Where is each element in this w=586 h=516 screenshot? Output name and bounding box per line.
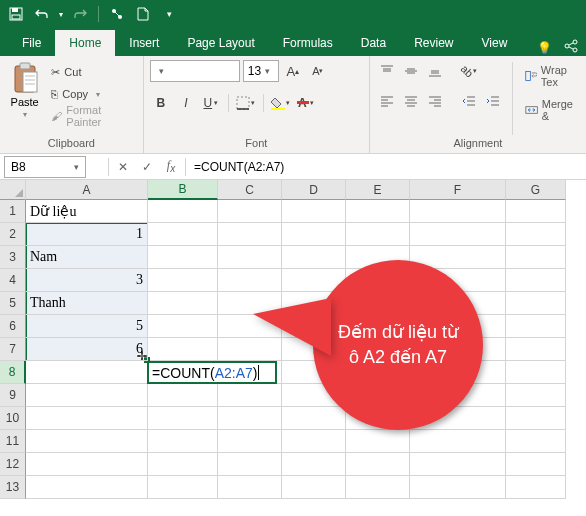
- cancel-formula-button[interactable]: ✕: [111, 156, 135, 178]
- touch-mode-button[interactable]: [105, 2, 129, 26]
- row-header-6[interactable]: 6: [0, 315, 26, 338]
- row-header-13[interactable]: 13: [0, 476, 26, 499]
- font-size-dropdown[interactable]: 13 ▾: [243, 60, 279, 82]
- cell-c12[interactable]: [218, 453, 282, 476]
- cell-b7[interactable]: [148, 338, 218, 361]
- col-header-b[interactable]: B: [148, 180, 218, 200]
- fill-color-button[interactable]: ▾: [270, 92, 292, 114]
- cell-e11[interactable]: [346, 430, 410, 453]
- cell-b1[interactable]: [148, 200, 218, 223]
- cell-b3[interactable]: [148, 246, 218, 269]
- cell-a8[interactable]: [26, 361, 148, 384]
- cell-b12[interactable]: [148, 453, 218, 476]
- cell-a12[interactable]: [26, 453, 148, 476]
- align-middle-button[interactable]: [400, 60, 422, 82]
- col-header-c[interactable]: C: [218, 180, 282, 200]
- fx-button[interactable]: fx: [159, 156, 183, 178]
- editing-cell-b8[interactable]: =COUNT(A2:A7): [147, 361, 277, 384]
- row-header-10[interactable]: 10: [0, 407, 26, 430]
- cell-g12[interactable]: [506, 453, 566, 476]
- cell-g6[interactable]: [506, 315, 566, 338]
- font-color-button[interactable]: A▾: [295, 92, 317, 114]
- cell-a6[interactable]: 5: [26, 315, 148, 338]
- cell-c10[interactable]: [218, 407, 282, 430]
- cell-g8[interactable]: [506, 361, 566, 384]
- tab-formulas[interactable]: Formulas: [269, 30, 347, 56]
- underline-button[interactable]: U▾: [200, 92, 222, 114]
- cell-g7[interactable]: [506, 338, 566, 361]
- tab-page-layout[interactable]: Page Layout: [173, 30, 268, 56]
- cell-f1[interactable]: [410, 200, 506, 223]
- row-header-3[interactable]: 3: [0, 246, 26, 269]
- cell-b11[interactable]: [148, 430, 218, 453]
- cell-b6[interactable]: [148, 315, 218, 338]
- cell-g5[interactable]: [506, 292, 566, 315]
- cell-b10[interactable]: [148, 407, 218, 430]
- qat-customize[interactable]: ▾: [157, 2, 181, 26]
- align-center-button[interactable]: [400, 90, 422, 112]
- cell-f11[interactable]: [410, 430, 506, 453]
- row-header-8[interactable]: 8: [0, 361, 26, 384]
- cell-e13[interactable]: [346, 476, 410, 499]
- row-header-7[interactable]: 7: [0, 338, 26, 361]
- cell-b5[interactable]: [148, 292, 218, 315]
- row-header-5[interactable]: 5: [0, 292, 26, 315]
- orientation-button[interactable]: ab▾: [458, 60, 480, 82]
- cell-g13[interactable]: [506, 476, 566, 499]
- row-header-9[interactable]: 9: [0, 384, 26, 407]
- cell-c9[interactable]: [218, 384, 282, 407]
- cell-a3[interactable]: Nam: [26, 246, 148, 269]
- cell-a9[interactable]: [26, 384, 148, 407]
- row-header-4[interactable]: 4: [0, 269, 26, 292]
- format-painter-button[interactable]: 🖌 Format Painter: [47, 106, 136, 126]
- tab-insert[interactable]: Insert: [115, 30, 173, 56]
- cell-d1[interactable]: [282, 200, 346, 223]
- align-left-button[interactable]: [376, 90, 398, 112]
- cell-a2[interactable]: 1: [26, 223, 148, 246]
- cell-c1[interactable]: [218, 200, 282, 223]
- cell-d12[interactable]: [282, 453, 346, 476]
- cell-a11[interactable]: [26, 430, 148, 453]
- cell-g2[interactable]: [506, 223, 566, 246]
- save-button[interactable]: [4, 2, 28, 26]
- cell-g11[interactable]: [506, 430, 566, 453]
- cell-a1[interactable]: Dữ liệu: [26, 200, 148, 223]
- undo-button[interactable]: [30, 2, 54, 26]
- enter-formula-button[interactable]: ✓: [135, 156, 159, 178]
- tab-data[interactable]: Data: [347, 30, 400, 56]
- grow-font-button[interactable]: A▴: [282, 60, 304, 82]
- tab-home[interactable]: Home: [55, 30, 115, 56]
- bold-button[interactable]: B: [150, 92, 172, 114]
- col-header-f[interactable]: F: [410, 180, 506, 200]
- cell-a7[interactable]: 6: [26, 338, 148, 361]
- cell-a4[interactable]: 3: [26, 269, 148, 292]
- tab-view[interactable]: View: [468, 30, 522, 56]
- merge-center-button[interactable]: Merge &: [521, 96, 580, 124]
- cell-a5[interactable]: Thanh: [26, 292, 148, 315]
- new-file-button[interactable]: [131, 2, 155, 26]
- cell-c4[interactable]: [218, 269, 282, 292]
- cell-e2[interactable]: [346, 223, 410, 246]
- decrease-indent-button[interactable]: [458, 90, 480, 112]
- cell-g1[interactable]: [506, 200, 566, 223]
- cell-f2[interactable]: [410, 223, 506, 246]
- cell-c13[interactable]: [218, 476, 282, 499]
- tab-review[interactable]: Review: [400, 30, 467, 56]
- cell-b13[interactable]: [148, 476, 218, 499]
- font-name-dropdown[interactable]: ▾: [150, 60, 240, 82]
- col-header-d[interactable]: D: [282, 180, 346, 200]
- cell-a10[interactable]: [26, 407, 148, 430]
- name-box[interactable]: B8 ▾: [4, 156, 86, 178]
- redo-button[interactable]: [68, 2, 92, 26]
- align-bottom-button[interactable]: [424, 60, 446, 82]
- col-header-e[interactable]: E: [346, 180, 410, 200]
- align-right-button[interactable]: [424, 90, 446, 112]
- share-icon[interactable]: [564, 39, 578, 56]
- increase-indent-button[interactable]: [482, 90, 504, 112]
- cell-d2[interactable]: [282, 223, 346, 246]
- select-all-corner[interactable]: [0, 180, 26, 200]
- cell-g4[interactable]: [506, 269, 566, 292]
- cell-b9[interactable]: [148, 384, 218, 407]
- cell-f13[interactable]: [410, 476, 506, 499]
- cell-g9[interactable]: [506, 384, 566, 407]
